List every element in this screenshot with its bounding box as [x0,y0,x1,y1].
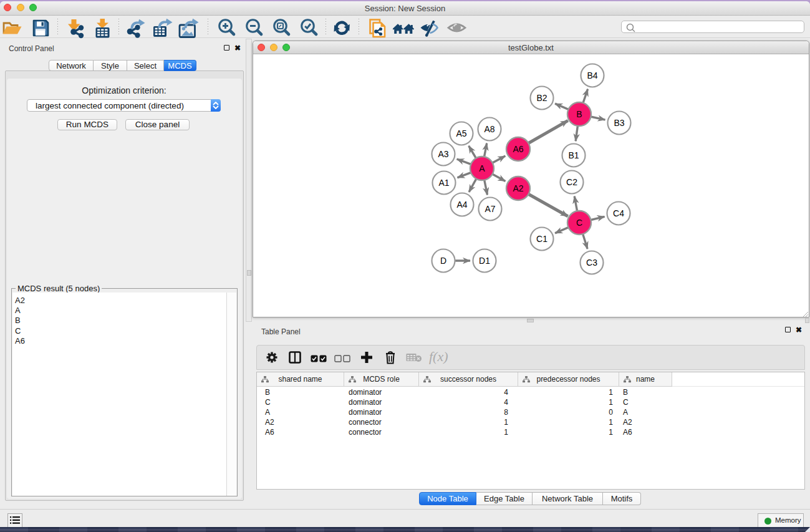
svg-text:B4: B4 [587,70,597,80]
svg-text:C1: C1 [536,234,547,244]
svg-text:A4: A4 [456,200,467,210]
svg-text:D1: D1 [479,256,490,266]
svg-text:A1: A1 [438,178,449,188]
svg-text:A3: A3 [438,149,448,159]
svg-text:D: D [440,256,446,266]
svg-text:C2: C2 [566,177,577,187]
svg-text:A6: A6 [513,144,523,154]
svg-text:B1: B1 [568,150,579,160]
svg-text:A: A [479,163,485,173]
svg-text:A5: A5 [456,128,466,138]
svg-text:C3: C3 [586,258,597,268]
svg-text:B2: B2 [536,93,547,103]
svg-text:C: C [576,218,582,228]
svg-text:A8: A8 [484,124,494,134]
svg-text:B3: B3 [614,118,624,128]
svg-text:A7: A7 [485,204,495,214]
svg-text:A2: A2 [513,183,523,193]
svg-text:B: B [576,109,582,119]
svg-text:C4: C4 [613,208,624,218]
